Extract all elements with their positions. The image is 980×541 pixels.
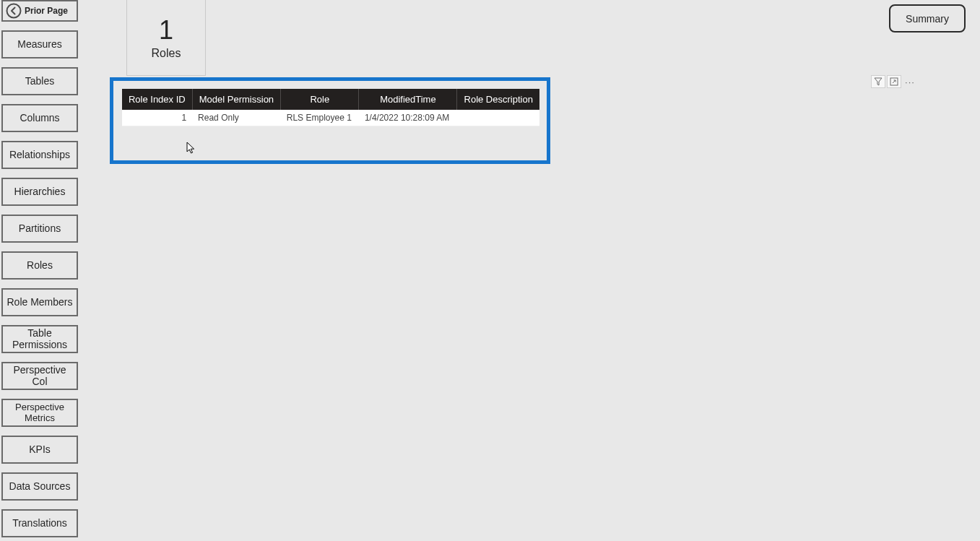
cell-role-index-id: 1 <box>122 110 192 126</box>
nav-table-permissions[interactable]: Table Permissions <box>1 325 78 353</box>
nav-perspective-col[interactable]: Perspective Col <box>1 362 78 390</box>
roles-card: 1 Roles <box>126 0 206 76</box>
cell-role: RLS Employee 1 <box>281 110 359 126</box>
roles-table-visual[interactable]: Role Index ID Model Permission Role Modi… <box>110 77 550 164</box>
nav-role-members[interactable]: Role Members <box>1 288 78 316</box>
roles-card-value: 1 <box>159 15 173 46</box>
roles-table: Role Index ID Model Permission Role Modi… <box>122 89 539 126</box>
nav-translations[interactable]: Translations <box>1 509 78 537</box>
svg-point-0 <box>7 4 21 18</box>
cell-modified-time: 1/4/2022 10:28:09 AM <box>359 110 457 126</box>
col-role-index-id[interactable]: Role Index ID <box>122 89 192 110</box>
table-row[interactable]: 1 Read Only RLS Employee 1 1/4/2022 10:2… <box>122 110 539 126</box>
col-role-description[interactable]: Role Description <box>457 89 539 110</box>
col-modified-time[interactable]: ModifiedTime <box>359 89 457 110</box>
table-header-row: Role Index ID Model Permission Role Modi… <box>122 89 539 110</box>
col-role[interactable]: Role <box>281 89 359 110</box>
nav-relationships[interactable]: Relationships <box>1 141 78 169</box>
col-model-permission[interactable]: Model Permission <box>192 89 281 110</box>
more-options-icon[interactable]: ··· <box>903 75 917 88</box>
summary-button[interactable]: Summary <box>889 4 966 33</box>
prior-page-label: Prior Page <box>25 6 68 16</box>
cell-model-permission: Read Only <box>192 110 281 126</box>
arrow-left-icon <box>6 3 22 19</box>
nav-tables[interactable]: Tables <box>1 67 78 95</box>
filter-icon[interactable] <box>871 75 885 88</box>
nav-hierarchies[interactable]: Hierarchies <box>1 178 78 206</box>
nav-columns[interactable]: Columns <box>1 104 78 132</box>
nav-data-sources[interactable]: Data Sources <box>1 472 78 501</box>
roles-card-label: Roles <box>152 47 181 60</box>
visual-toolbar: ··· <box>871 75 917 88</box>
nav-kpis[interactable]: KPIs <box>1 436 78 464</box>
nav-partitions[interactable]: Partitions <box>1 215 78 243</box>
focus-mode-icon[interactable] <box>887 75 901 88</box>
nav-measures[interactable]: Measures <box>1 30 78 59</box>
cell-role-description <box>457 110 539 126</box>
sidebar-nav: Prior Page Measures Tables Columns Relat… <box>1 0 78 537</box>
prior-page-button[interactable]: Prior Page <box>1 0 78 22</box>
nav-roles[interactable]: Roles <box>1 251 78 280</box>
nav-perspective-metrics[interactable]: Perspective Metrics <box>1 399 78 427</box>
